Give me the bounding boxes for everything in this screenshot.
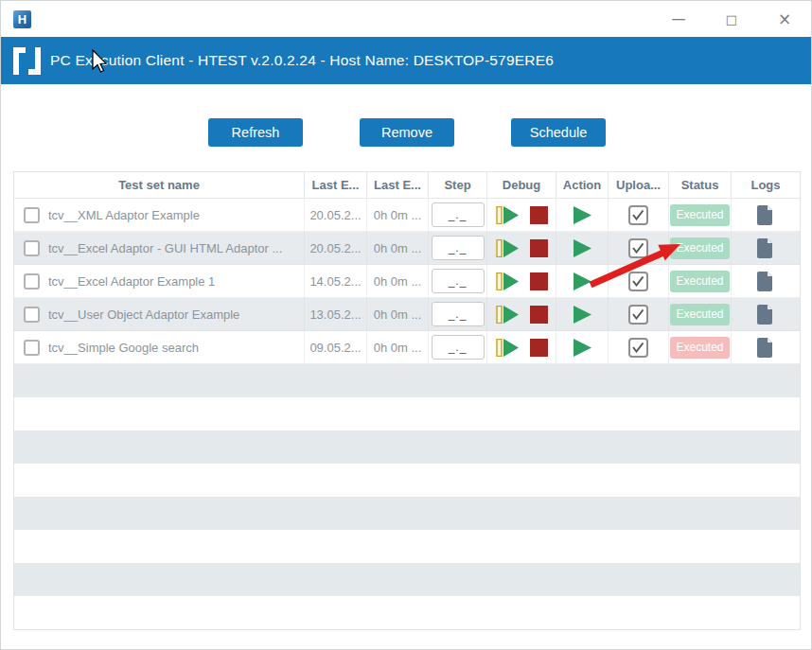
last-exec-duration-cell: 0h 0m ... xyxy=(367,298,429,331)
debug-cell xyxy=(487,298,556,331)
log-file-icon[interactable] xyxy=(757,338,774,358)
page-title: PC Execution Client - HTEST v.2.0.2.24 -… xyxy=(50,52,554,69)
stop-icon[interactable] xyxy=(530,272,548,290)
stop-icon[interactable] xyxy=(530,239,548,257)
step-cell: _._ xyxy=(429,265,487,298)
col-header-step[interactable]: Step xyxy=(429,172,487,199)
last-exec-date-cell: 13.05.2... xyxy=(305,298,367,331)
row-select-checkbox[interactable] xyxy=(24,273,40,290)
last-exec-date-cell: 20.05.2... xyxy=(305,232,367,265)
debug-cell xyxy=(487,265,556,298)
upload-checkbox[interactable] xyxy=(628,338,648,358)
status-badge: Executed xyxy=(670,337,729,359)
table-row: tcv__User Object Adaptor Example 13.05.2… xyxy=(14,298,800,331)
status-badge: Executed xyxy=(670,271,729,292)
minimize-button[interactable]: — xyxy=(652,1,705,37)
debug-cell xyxy=(487,232,556,265)
status-badge: Executed xyxy=(670,204,729,226)
col-header-upload[interactable]: Uploa... xyxy=(609,172,669,199)
col-header-last-exec-time[interactable]: Last E... xyxy=(367,172,429,199)
log-file-icon[interactable] xyxy=(757,305,774,325)
col-header-action[interactable]: Action xyxy=(556,172,609,199)
row-select-checkbox[interactable] xyxy=(24,207,40,223)
status-cell: Executed xyxy=(669,331,732,364)
logs-cell xyxy=(732,331,800,364)
upload-checkbox[interactable] xyxy=(628,305,648,325)
stop-icon[interactable] xyxy=(530,206,548,224)
refresh-button[interactable]: Refresh xyxy=(208,118,303,147)
upload-checkbox[interactable] xyxy=(628,205,648,225)
logs-cell xyxy=(732,265,800,298)
status-cell: Executed xyxy=(669,298,732,331)
maximize-button[interactable]: □ xyxy=(705,1,758,37)
play-icon[interactable] xyxy=(574,339,591,357)
step-input[interactable]: _._ xyxy=(432,236,485,260)
play-icon[interactable] xyxy=(574,206,591,224)
test-set-name-cell: tcv__Excel Adaptor Example 1 xyxy=(14,265,305,298)
row-select-checkbox[interactable] xyxy=(24,307,40,323)
action-cell xyxy=(556,331,609,364)
row-select-checkbox[interactable] xyxy=(24,240,40,256)
col-header-logs[interactable]: Logs xyxy=(732,172,800,199)
empty-table-row xyxy=(14,430,800,464)
table-row: tcv__XML Adaptor Example 20.05.2... 0h 0… xyxy=(14,199,800,232)
step-input[interactable]: _._ xyxy=(432,335,485,360)
col-header-test-set-name[interactable]: Test set name xyxy=(14,172,305,199)
test-set-name-cell: tcv__XML Adaptor Example xyxy=(14,199,305,232)
step-cell: _._ xyxy=(429,232,487,265)
step-cell: _._ xyxy=(429,331,487,364)
play-icon[interactable] xyxy=(574,239,591,257)
upload-checkbox[interactable] xyxy=(628,238,648,258)
col-header-status[interactable]: Status xyxy=(669,172,732,199)
step-input[interactable]: _._ xyxy=(432,302,485,326)
logs-cell xyxy=(732,298,800,331)
test-set-name-label: tcv__XML Adaptor Example xyxy=(48,208,200,222)
table-header-row: Test set name Last E... Last E... Step D… xyxy=(14,172,800,199)
step-input[interactable]: _._ xyxy=(432,202,485,227)
log-file-icon[interactable] xyxy=(757,272,774,291)
play-icon[interactable] xyxy=(574,306,591,324)
close-button[interactable]: × xyxy=(758,1,811,37)
test-set-name-label: tcv__User Object Adaptor Example xyxy=(48,307,239,322)
upload-checkbox[interactable] xyxy=(628,272,648,291)
status-cell: Executed xyxy=(669,199,732,232)
debug-run-icon[interactable] xyxy=(496,239,521,257)
status-badge: Executed xyxy=(670,304,729,325)
schedule-button[interactable]: Schedule xyxy=(511,118,606,147)
action-cell xyxy=(556,298,609,331)
empty-table-row xyxy=(14,464,800,497)
col-header-last-exec-date[interactable]: Last E... xyxy=(305,172,367,199)
stop-icon[interactable] xyxy=(530,306,548,324)
log-file-icon[interactable] xyxy=(757,238,774,258)
debug-run-icon[interactable] xyxy=(496,206,521,224)
status-cell: Executed xyxy=(669,265,732,298)
test-set-name-cell: tcv__Excel Adaptor - GUI HTML Adaptor ..… xyxy=(14,232,305,265)
debug-run-icon[interactable] xyxy=(496,339,521,357)
stop-icon[interactable] xyxy=(530,339,548,357)
empty-table-row xyxy=(14,596,800,629)
last-exec-date-cell: 14.05.2... xyxy=(305,265,367,298)
table-row: tcv__Simple Google search 09.05.2... 0h … xyxy=(14,331,800,364)
upload-cell xyxy=(609,331,669,364)
empty-table-row xyxy=(14,364,800,397)
row-select-checkbox[interactable] xyxy=(24,340,40,356)
log-file-icon[interactable] xyxy=(757,205,774,225)
debug-run-icon[interactable] xyxy=(496,306,521,324)
logs-cell xyxy=(732,232,800,265)
status-cell: Executed xyxy=(669,232,732,265)
step-cell: _._ xyxy=(429,199,487,232)
upload-cell xyxy=(609,232,669,265)
debug-cell xyxy=(487,331,556,364)
debug-run-icon[interactable] xyxy=(496,272,521,290)
remove-button[interactable]: Remove xyxy=(360,118,454,147)
upload-cell xyxy=(609,199,669,232)
step-input[interactable]: _._ xyxy=(432,269,485,293)
last-exec-duration-cell: 0h 0m ... xyxy=(367,331,429,364)
col-header-debug[interactable]: Debug xyxy=(487,172,556,199)
test-set-table: Test set name Last E... Last E... Step D… xyxy=(13,171,801,630)
title-bar: H — □ × xyxy=(1,1,811,37)
play-icon[interactable] xyxy=(574,272,591,290)
table-row: tcv__Excel Adaptor Example 1 14.05.2... … xyxy=(14,265,800,298)
status-badge: Executed xyxy=(670,237,729,259)
empty-table-row xyxy=(14,497,800,530)
